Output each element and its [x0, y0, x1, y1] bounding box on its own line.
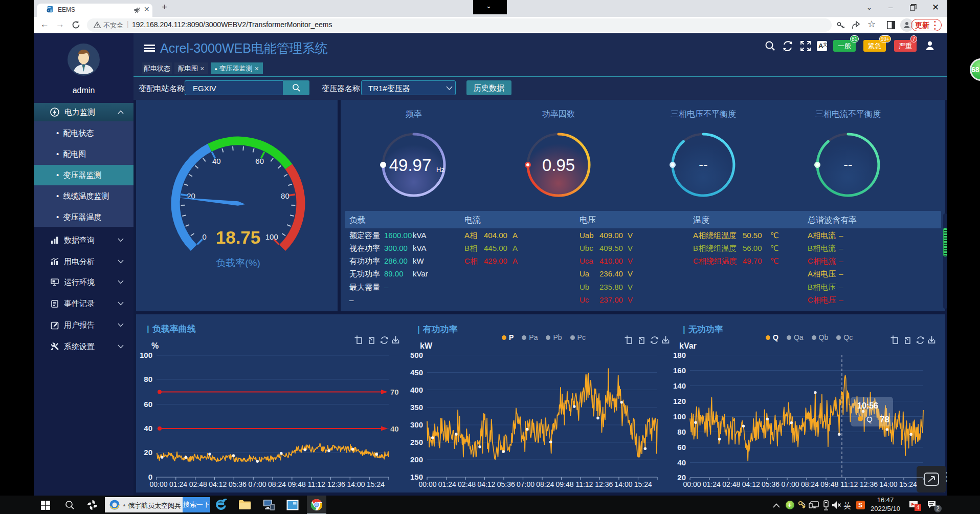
svg-text:14:00: 14:00 — [347, 480, 365, 488]
svg-text:00:00: 00:00 — [418, 480, 436, 488]
svg-text:01:24: 01:24 — [703, 480, 721, 488]
svg-text:07:00: 07:00 — [781, 480, 799, 488]
svg-text:300: 300 — [410, 420, 423, 429]
svg-text:12:36: 12:36 — [860, 480, 878, 488]
svg-text:40: 40 — [144, 424, 152, 433]
svg-text:kVar: kVar — [679, 341, 697, 350]
svg-text:11:12: 11:12 — [308, 480, 325, 488]
svg-text:20: 20 — [144, 448, 152, 457]
svg-text:00:00: 00:00 — [683, 480, 701, 488]
svg-text:11:12: 11:12 — [840, 480, 858, 488]
svg-text:08:24: 08:24 — [536, 480, 554, 488]
svg-text:kW: kW — [420, 341, 433, 350]
svg-text:500: 500 — [410, 351, 423, 359]
svg-text:09:48: 09:48 — [556, 480, 574, 488]
svg-text:60: 60 — [144, 400, 152, 409]
svg-text:250: 250 — [410, 438, 423, 446]
svg-text:08:24: 08:24 — [801, 480, 819, 488]
svg-text:120: 120 — [673, 397, 686, 405]
svg-text:11:12: 11:12 — [575, 480, 593, 488]
svg-text:09:48: 09:48 — [820, 480, 838, 488]
svg-text:180: 180 — [673, 351, 686, 359]
svg-text:04:12: 04:12 — [477, 480, 495, 488]
svg-text:140: 140 — [673, 381, 686, 390]
svg-text:15:24: 15:24 — [899, 480, 917, 488]
svg-text:09:48: 09:48 — [288, 480, 306, 488]
svg-text:14:00: 14:00 — [614, 480, 632, 488]
svg-text:05:36: 05:36 — [497, 480, 515, 488]
svg-text:12:36: 12:36 — [327, 480, 345, 488]
svg-text:400: 400 — [410, 386, 423, 394]
svg-text:14:00: 14:00 — [879, 480, 897, 488]
svg-text:15:24: 15:24 — [634, 480, 652, 488]
svg-text:40: 40 — [677, 458, 686, 467]
svg-text:40: 40 — [390, 424, 399, 433]
svg-text:80: 80 — [144, 375, 152, 383]
svg-text:12:36: 12:36 — [595, 480, 613, 488]
svg-text:07:00: 07:00 — [517, 480, 534, 488]
svg-text:78: 78 — [880, 415, 889, 424]
svg-text:00:00: 00:00 — [149, 480, 167, 488]
svg-text:02:48: 02:48 — [722, 480, 740, 488]
svg-text:100: 100 — [673, 412, 686, 421]
svg-text:02:48: 02:48 — [189, 480, 207, 488]
svg-text:70: 70 — [390, 388, 399, 396]
svg-text:80: 80 — [677, 427, 686, 436]
svg-text:100: 100 — [140, 351, 152, 359]
svg-text:15:24: 15:24 — [367, 480, 385, 488]
svg-text:01:24: 01:24 — [438, 480, 456, 488]
svg-text:200: 200 — [410, 455, 423, 464]
svg-text:160: 160 — [673, 366, 686, 375]
svg-text:04:12: 04:12 — [742, 480, 760, 488]
svg-text:350: 350 — [410, 403, 423, 412]
svg-text:02:48: 02:48 — [458, 480, 476, 488]
svg-text:05:36: 05:36 — [229, 480, 247, 488]
svg-text:Q: Q — [866, 415, 873, 423]
svg-text:01:24: 01:24 — [169, 480, 187, 488]
svg-text:60: 60 — [677, 443, 686, 452]
svg-text:04:12: 04:12 — [209, 480, 227, 488]
svg-text:%: % — [151, 341, 159, 350]
svg-text:05:36: 05:36 — [762, 480, 779, 488]
svg-text:07:00: 07:00 — [248, 480, 266, 488]
svg-text:10:56: 10:56 — [857, 401, 878, 410]
svg-text:08:24: 08:24 — [268, 480, 286, 488]
svg-text:450: 450 — [410, 368, 423, 377]
